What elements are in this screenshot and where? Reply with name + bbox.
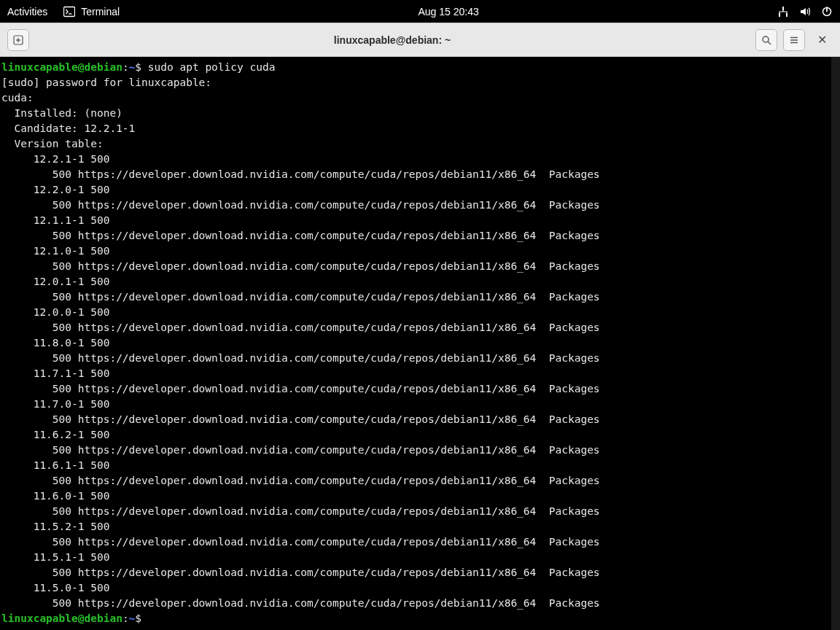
version-table-header: Version table: [1, 138, 104, 149]
close-button[interactable]: ✕ [811, 29, 833, 51]
power-icon[interactable] [821, 6, 833, 18]
terminal-app-indicator[interactable]: Terminal [63, 6, 120, 18]
search-button[interactable] [755, 29, 777, 51]
version-list: 12.2.1-1 500 500 https://developer.downl… [1, 153, 600, 609]
package-header: cuda: [1, 92, 34, 104]
close-icon: ✕ [817, 33, 827, 47]
hamburger-icon [789, 35, 799, 45]
gnome-topbar: Activities Terminal Aug 15 20:43 [0, 0, 840, 23]
svg-point-10 [763, 36, 769, 42]
prompt-dollar: $ [135, 61, 147, 73]
menu-button[interactable] [783, 29, 805, 51]
terminal-output[interactable]: linuxcapable@debian:~$ sudo apt policy c… [0, 57, 840, 630]
prompt-user-host: linuxcapable@debian [1, 61, 122, 73]
prompt-dollar: $ [135, 612, 147, 624]
sudo-password-line: [sudo] password for linuxcapable: [1, 77, 218, 88]
scrollbar[interactable] [831, 57, 840, 630]
prompt-colon: : [122, 61, 129, 73]
candidate-line: Candidate: 12.2.1-1 [1, 122, 135, 134]
clock[interactable]: Aug 15 20:43 [120, 6, 777, 18]
plus-icon [13, 35, 23, 45]
command-text: sudo apt policy cuda [148, 61, 276, 73]
terminal-app-label: Terminal [81, 6, 120, 18]
prompt-colon: : [122, 612, 129, 624]
installed-line: Installed: (none) [1, 107, 122, 119]
new-tab-button[interactable] [7, 29, 29, 51]
network-icon[interactable] [777, 6, 789, 18]
search-icon [761, 35, 771, 45]
prompt-user-host: linuxcapable@debian [1, 612, 122, 624]
volume-icon[interactable] [799, 6, 811, 18]
activities-button[interactable]: Activities [7, 6, 47, 18]
svg-rect-3 [779, 13, 780, 17]
terminal-icon [63, 6, 75, 18]
window-title: linuxcapable@debian: ~ [35, 34, 750, 46]
svg-line-11 [768, 42, 771, 44]
svg-rect-0 [64, 7, 75, 16]
terminal-headerbar: linuxcapable@debian: ~ ✕ [0, 23, 840, 57]
svg-rect-4 [786, 13, 788, 17]
